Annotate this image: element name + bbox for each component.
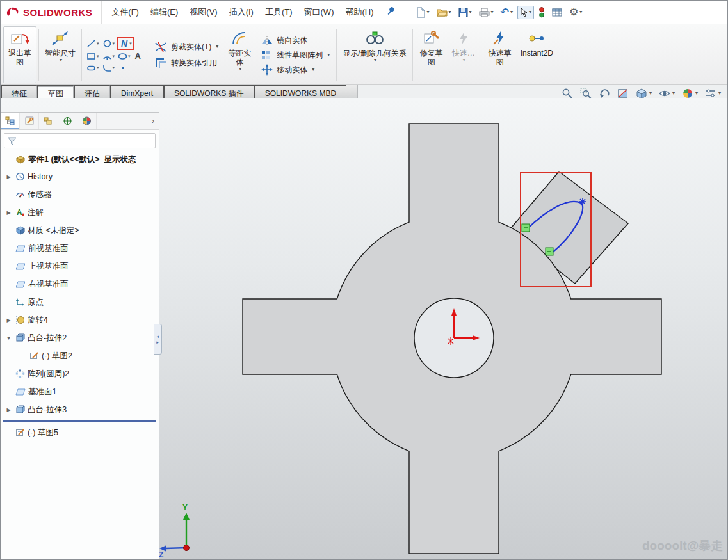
feature-manager-panel: › 零件1 (默认<<默认>_显示状态 ▶ History xyxy=(1,112,159,560)
line-tool-button[interactable]: ▾ xyxy=(86,38,100,49)
trim-entities-button[interactable]: 剪裁实体(T) ▾ xyxy=(149,39,223,54)
chevron-down-icon: ▾ xyxy=(216,44,218,49)
point-tool-button[interactable] xyxy=(117,63,128,73)
sketch-entities-group: ▾ ▾ N ▾ ▾ xyxy=(84,26,145,83)
undo-button[interactable]: ↶ ▾ xyxy=(498,5,515,19)
expand-arrow[interactable]: ▶ xyxy=(4,407,13,413)
tree-item-plane1[interactable]: 基准面1 xyxy=(1,383,159,401)
rebuild-button[interactable] xyxy=(536,5,547,20)
tab-dimxpertmanager[interactable] xyxy=(58,113,77,129)
instant2d-button[interactable]: Instant2D xyxy=(517,26,557,83)
table-button[interactable] xyxy=(549,6,565,19)
chevron-down-icon: ▾ xyxy=(97,41,99,46)
menu-edit[interactable]: 编辑(E) xyxy=(145,4,184,20)
chevron-down-icon: ▾ xyxy=(427,10,430,15)
tree-item-sketch2[interactable]: (-) 草图2 xyxy=(1,347,159,365)
tree-item-label: 右视基准面 xyxy=(28,279,69,290)
triad-y-label: Y xyxy=(182,503,188,512)
tree-item-annotations[interactable]: ▶ A 注解 xyxy=(1,204,159,221)
slot-tool-button[interactable]: ▾ xyxy=(86,63,100,73)
tab-featuremanager-tree[interactable] xyxy=(1,113,20,129)
boss-extrude-icon xyxy=(15,405,25,414)
arc-icon xyxy=(102,52,112,61)
tree-item-right-plane[interactable]: 右视基准面 xyxy=(1,275,159,293)
boss-extrude-icon xyxy=(15,333,25,342)
arc-tool-button[interactable]: ▾ xyxy=(102,51,116,61)
expand-arrow[interactable]: ▼ xyxy=(4,335,13,341)
configurationmanager-icon xyxy=(44,116,54,125)
convert-entities-button[interactable]: 转换实体引用 xyxy=(149,55,222,70)
chevron-down-icon: ▾ xyxy=(113,41,115,46)
mirror-entities-button[interactable]: 镜向实体 xyxy=(256,33,312,47)
expand-arrow[interactable]: ▶ xyxy=(4,210,13,216)
dimxpertmanager-icon xyxy=(63,116,73,125)
offset-entities-button[interactable]: 等距实体 ▾ xyxy=(223,26,256,83)
graphics-area[interactable]: Y Z dooooit@暴走 xyxy=(1,98,728,560)
select-tool-button[interactable]: ▾ xyxy=(517,6,534,19)
print-button[interactable]: ▾ xyxy=(476,6,496,19)
tree-item-front-plane[interactable]: 前视基准面 xyxy=(1,239,159,257)
panel-splitter-handle[interactable]: ◂ ▸ xyxy=(154,324,162,355)
panel-tabs-overflow[interactable]: › xyxy=(147,113,159,129)
menu-view[interactable]: 视图(V) xyxy=(184,4,223,20)
spline-tool-button[interactable]: N ▾ xyxy=(119,38,133,49)
expand-arrow[interactable]: ▶ xyxy=(4,174,13,180)
tree-item-label: 凸台-拉伸3 xyxy=(28,404,67,415)
triad-z-label: Z xyxy=(159,550,163,559)
exit-sketch-button[interactable]: 退出草图 xyxy=(3,26,36,83)
ellipse-tool-button[interactable]: ▾ xyxy=(117,51,131,61)
options-button[interactable]: ⚙ ▾ xyxy=(567,5,585,19)
new-document-button[interactable]: ▾ xyxy=(414,5,432,20)
tree-root-part[interactable]: 零件1 (默认<<默认>_显示状态 xyxy=(1,151,159,168)
tab-displaymanager[interactable] xyxy=(77,113,97,129)
tree-item-boss-extrude2[interactable]: ▼ 凸台-拉伸2 xyxy=(1,329,159,347)
point-icon xyxy=(118,63,127,72)
tree-item-revolve4[interactable]: ▶ 旋转4 xyxy=(1,311,159,329)
print-icon xyxy=(479,8,490,17)
tree-item-material[interactable]: 材质 <未指定> xyxy=(1,221,159,239)
save-button[interactable]: ▾ xyxy=(456,6,474,19)
tree-item-top-plane[interactable]: 上视基准面 xyxy=(1,257,159,275)
main-menus: 文件(F) 编辑(E) 视图(V) 插入(I) 工具(T) 窗口(W) 帮助(H… xyxy=(106,4,379,20)
material-icon xyxy=(15,226,25,235)
menu-window[interactable]: 窗口(W) xyxy=(298,4,340,20)
pin-menu-icon[interactable] xyxy=(387,6,396,18)
reference-triad: Y Z xyxy=(159,503,190,559)
tree-item-sensors[interactable]: 传感器 xyxy=(1,186,159,204)
tree-filter-box[interactable] xyxy=(4,133,156,148)
menu-insert[interactable]: 插入(I) xyxy=(223,4,259,20)
linear-sketch-pattern-button[interactable]: 线性草图阵列 ▾ xyxy=(256,48,334,62)
menu-file[interactable]: 文件(F) xyxy=(106,4,145,20)
smart-dimension-icon xyxy=(51,28,69,49)
rectangle-icon xyxy=(86,52,96,61)
open-button[interactable]: ▾ xyxy=(434,6,454,19)
spline-point-handle[interactable] xyxy=(546,248,553,255)
tab-configurationmanager[interactable] xyxy=(39,113,58,129)
tab-propertymanager[interactable] xyxy=(20,113,39,129)
quick-access-toolbar: ▾ ▾ ▾ ▾ ↶ ▾ ▾ xyxy=(414,5,585,20)
menu-help[interactable]: 帮助(H) xyxy=(339,4,379,20)
tree-item-history[interactable]: ▶ History xyxy=(1,168,159,186)
circle-tool-button[interactable]: ▾ xyxy=(102,38,116,49)
display-delete-relations-button[interactable]: 显示/删除几何关系 ▾ xyxy=(339,26,410,83)
tree-item-origin[interactable]: 原点 xyxy=(1,293,159,311)
instant2d-icon xyxy=(528,28,546,49)
tree-item-boss-extrude3[interactable]: ▶ 凸台-拉伸3 xyxy=(1,401,159,419)
tree-item-sketch5[interactable]: (-) 草图5 xyxy=(1,424,159,442)
menu-tools[interactable]: 工具(T) xyxy=(259,4,298,20)
move-entities-button[interactable]: 移动实体 ▾ xyxy=(256,63,319,77)
rollback-bar[interactable] xyxy=(3,420,156,422)
chevron-down-icon: ▾ xyxy=(510,10,513,15)
spline-point-handle[interactable] xyxy=(522,224,530,232)
sketch-icon xyxy=(15,428,25,437)
quick-snaps-button[interactable]: 快速… ▾ xyxy=(448,26,479,83)
sketch-text-tool-button[interactable]: A xyxy=(133,51,143,61)
smart-dimension-button[interactable]: 智能尺寸 ▾ xyxy=(41,26,79,83)
expand-arrow[interactable]: ▶ xyxy=(4,317,13,323)
command-manager-ribbon: 退出草图 智能尺寸 ▾ ▾ ▾ xyxy=(1,24,727,85)
tree-item-circular-pattern2[interactable]: 阵列(圆周)2 xyxy=(1,365,159,383)
rapid-sketch-button[interactable]: 快速草图 xyxy=(483,26,517,83)
corner-rectangle-tool-button[interactable]: ▾ xyxy=(86,51,100,61)
repair-sketch-button[interactable]: 修复草图 xyxy=(415,26,448,83)
sketch-fillet-tool-button[interactable]: ▾ xyxy=(102,63,116,73)
